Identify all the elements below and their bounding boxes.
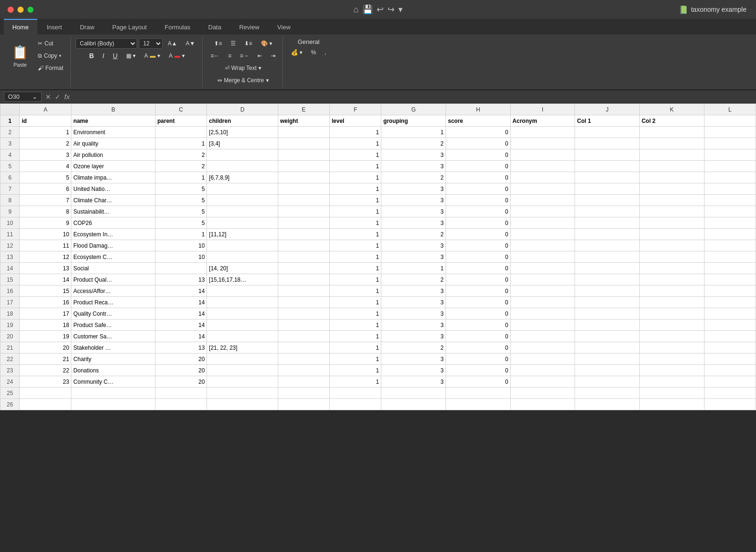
cell-K-11[interactable] — [639, 229, 704, 240]
cell-H-25[interactable] — [446, 388, 510, 399]
cell-K-3[interactable] — [639, 138, 704, 149]
cell-C-12[interactable]: 10 — [155, 240, 206, 251]
cell-H-20[interactable]: 0 — [446, 331, 510, 342]
cell-B-21[interactable]: Stakeholder … — [71, 342, 155, 354]
cell-L-1[interactable] — [704, 115, 756, 127]
cell-F-23[interactable]: 1 — [329, 365, 381, 376]
cell-L-21[interactable] — [704, 342, 756, 354]
cell-J-22[interactable] — [575, 354, 640, 365]
cell-C-15[interactable]: 13 — [155, 274, 206, 285]
cell-C-24[interactable]: 20 — [155, 376, 206, 388]
cell-B-14[interactable]: Social — [71, 263, 155, 274]
cell-I-8[interactable] — [510, 195, 575, 206]
cell-reference-box[interactable]: O30 ⌄ — [4, 92, 42, 102]
cell-I-16[interactable] — [510, 285, 575, 297]
italic-button[interactable]: I — [99, 51, 108, 61]
cell-F-18[interactable]: 1 — [329, 308, 381, 319]
redo-icon[interactable]: ↪ — [387, 4, 395, 15]
cell-L-4[interactable] — [704, 149, 756, 161]
cell-A-17[interactable]: 16 — [20, 297, 71, 308]
cell-L-22[interactable] — [704, 354, 756, 365]
cell-B-24[interactable]: Community C… — [71, 376, 155, 388]
cell-H-2[interactable]: 0 — [446, 127, 510, 138]
cell-H-15[interactable]: 0 — [446, 274, 510, 285]
paste-button[interactable]: 📋 Paste — [8, 42, 33, 70]
cell-H-9[interactable]: 0 — [446, 206, 510, 217]
cell-H-23[interactable]: 0 — [446, 365, 510, 376]
align-left-button[interactable]: ≡← — [207, 51, 223, 61]
cell-D-2[interactable]: [2,5,10] — [207, 127, 278, 138]
cell-A-15[interactable]: 14 — [20, 274, 71, 285]
decrease-indent-button[interactable]: ⇤ — [254, 51, 266, 61]
cell-D-22[interactable] — [207, 354, 278, 365]
cell-G-16[interactable]: 3 — [381, 285, 446, 297]
cell-K-21[interactable] — [639, 342, 704, 354]
cell-F-14[interactable]: 1 — [329, 263, 381, 274]
cell-D-7[interactable] — [207, 183, 278, 195]
cell-E-17[interactable] — [278, 297, 329, 308]
cell-E-20[interactable] — [278, 331, 329, 342]
cell-E-4[interactable] — [278, 149, 329, 161]
col-header-E[interactable]: E — [278, 104, 329, 115]
cell-A-23[interactable]: 22 — [20, 365, 71, 376]
cell-F-5[interactable]: 1 — [329, 161, 381, 172]
tab-insert[interactable]: Insert — [38, 19, 71, 34]
cell-K-25[interactable] — [639, 388, 704, 399]
col-header-F[interactable]: F — [329, 104, 381, 115]
percent-button[interactable]: % — [308, 47, 319, 58]
cell-I-14[interactable] — [510, 263, 575, 274]
cell-F-15[interactable]: 1 — [329, 274, 381, 285]
cell-G-18[interactable]: 3 — [381, 308, 446, 319]
cell-D-19[interactable] — [207, 319, 278, 331]
nav-icons[interactable]: ⌂ 💾 ↩ ↪ ▾ — [353, 4, 403, 15]
cell-E-5[interactable] — [278, 161, 329, 172]
cell-J-10[interactable] — [575, 217, 640, 229]
cell-L-13[interactable] — [704, 251, 756, 263]
cell-K-5[interactable] — [639, 161, 704, 172]
cell-A-9[interactable]: 8 — [20, 206, 71, 217]
align-top-button[interactable]: ⬆≡ — [211, 38, 225, 49]
cell-G-11[interactable]: 2 — [381, 229, 446, 240]
cell-I-11[interactable] — [510, 229, 575, 240]
cell-E-10[interactable] — [278, 217, 329, 229]
cell-E-16[interactable] — [278, 285, 329, 297]
cell-I-26[interactable] — [510, 399, 575, 410]
cell-J-26[interactable] — [575, 399, 640, 410]
cell-C-20[interactable]: 14 — [155, 331, 206, 342]
cell-K-10[interactable] — [639, 217, 704, 229]
cell-L-20[interactable] — [704, 331, 756, 342]
align-right-button[interactable]: ≡→ — [237, 51, 252, 61]
cell-B-1[interactable]: name — [71, 115, 155, 127]
cell-J-14[interactable] — [575, 263, 640, 274]
col-header-C[interactable]: C — [155, 104, 206, 115]
cell-K-19[interactable] — [639, 319, 704, 331]
cell-C-5[interactable]: 2 — [155, 161, 206, 172]
cell-E-8[interactable] — [278, 195, 329, 206]
col-header-L[interactable]: L — [704, 104, 756, 115]
fill-color-button[interactable]: A▬ ▾ — [141, 51, 163, 61]
cell-F-17[interactable]: 1 — [329, 297, 381, 308]
cell-I-5[interactable] — [510, 161, 575, 172]
cell-G-26[interactable] — [381, 399, 446, 410]
cell-K-4[interactable] — [639, 149, 704, 161]
cell-B-16[interactable]: Access/Affor… — [71, 285, 155, 297]
cell-I-17[interactable] — [510, 297, 575, 308]
cell-J-20[interactable] — [575, 331, 640, 342]
cell-D-24[interactable] — [207, 376, 278, 388]
cell-H-10[interactable]: 0 — [446, 217, 510, 229]
cell-I-23[interactable] — [510, 365, 575, 376]
cell-D-17[interactable] — [207, 297, 278, 308]
cell-H-12[interactable]: 0 — [446, 240, 510, 251]
cell-H-24[interactable]: 0 — [446, 376, 510, 388]
tab-page-layout[interactable]: Page Layout — [104, 19, 155, 34]
cell-L-11[interactable] — [704, 229, 756, 240]
cell-F-16[interactable]: 1 — [329, 285, 381, 297]
formula-input[interactable] — [74, 93, 752, 100]
cell-J-25[interactable] — [575, 388, 640, 399]
cell-C-22[interactable]: 20 — [155, 354, 206, 365]
cell-D-12[interactable] — [207, 240, 278, 251]
cell-I-24[interactable] — [510, 376, 575, 388]
cell-F-26[interactable] — [329, 399, 381, 410]
col-header-G[interactable]: G — [381, 104, 446, 115]
cell-C-8[interactable]: 5 — [155, 195, 206, 206]
